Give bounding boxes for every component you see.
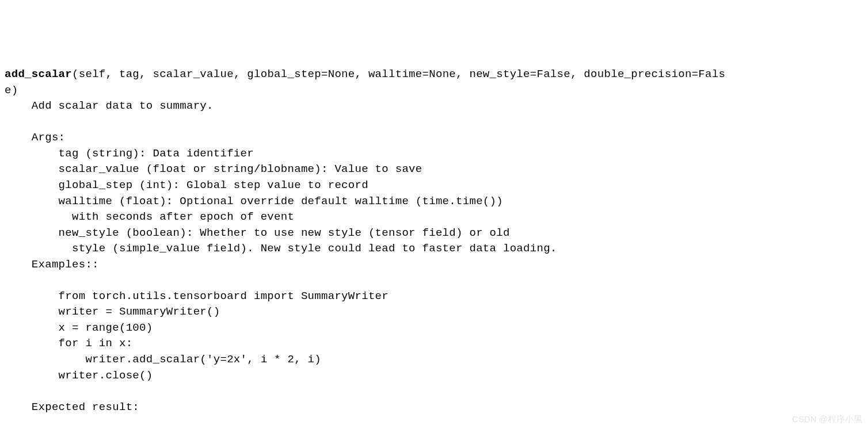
- description-line: Add scalar data to summary.: [5, 99, 214, 112]
- function-params: (self, tag, scalar_value, global_step=No…: [72, 68, 725, 81]
- example-code-line: writer = SummaryWriter(): [5, 305, 220, 318]
- args-line: tag (string): Data identifier: [5, 147, 254, 160]
- args-line: new_style (boolean): Whether to use new …: [5, 227, 510, 239]
- args-line: global_step (int): Global step value to …: [5, 179, 368, 191]
- args-line: style (simple_value field). New style co…: [5, 242, 557, 255]
- function-signature: add_scalar(self, tag, scalar_value, glob…: [5, 68, 725, 81]
- args-line: scalar_value (float or string/blobname):…: [5, 163, 422, 175]
- example-code-line: x = range(100): [5, 321, 153, 334]
- example-code-line: writer.add_scalar('y=2x', i * 2, i): [5, 353, 321, 366]
- function-params-wrap: e): [5, 84, 18, 97]
- watermark-text: CSDN @程序小黑: [792, 413, 862, 426]
- function-name: add_scalar: [5, 68, 72, 81]
- example-code-line: from torch.utils.tensorboard import Summ…: [5, 290, 389, 302]
- example-code-line: writer.close(): [5, 369, 153, 382]
- args-heading: Args:: [5, 131, 65, 144]
- example-code-line: for i in x:: [5, 337, 132, 350]
- expected-result-heading: Expected result:: [5, 401, 139, 413]
- args-line: walltime (float): Optional override defa…: [5, 195, 503, 208]
- examples-heading: Examples::: [5, 258, 99, 271]
- args-line: with seconds after epoch of event: [5, 210, 294, 223]
